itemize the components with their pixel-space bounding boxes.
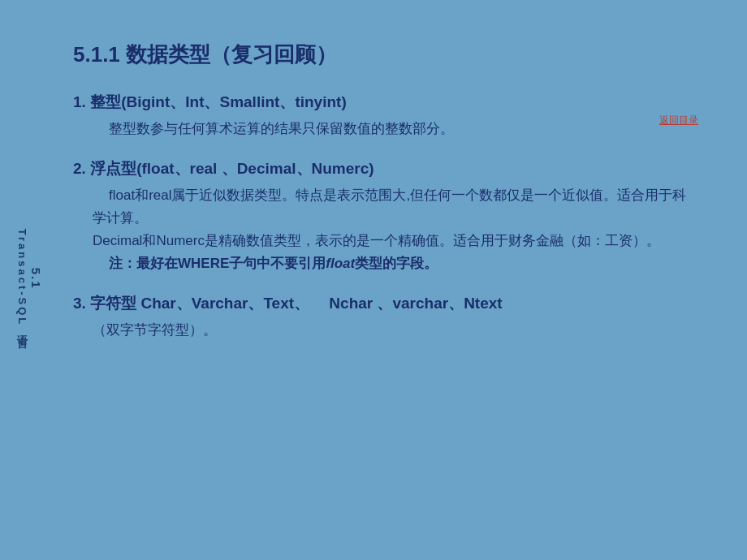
- section-2-line-3: 注：最好在WHERE子句中不要引用float类型的字段。: [93, 252, 698, 275]
- sidebar-number: 5.1: [29, 268, 43, 290]
- section-3-num: 3.: [73, 295, 90, 312]
- section-float: 2. 浮点型(float、real 、Decimal、Numerc) float…: [73, 158, 698, 275]
- section-2-heading: 2. 浮点型(float、real 、Decimal、Numerc): [73, 158, 698, 179]
- section-1-body: 整型数参与任何算术运算的结果只保留数值的整数部分。: [73, 118, 698, 140]
- section-1-line-1: 整型数参与任何算术运算的结果只保留数值的整数部分。: [93, 118, 698, 140]
- slide-container: 5.1 Transact-SQL语言 5.1.1 数据类型（复习回顾） 返回目录…: [0, 0, 747, 560]
- section-1-en: (Bigint、Int、Smallint、tinyint): [121, 93, 347, 110]
- sidebar-label: 5.1 Transact-SQL语言: [15, 229, 43, 332]
- section-3-heading: 3. 字符型 Char、Varchar、Text、 Nchar 、varchar…: [73, 293, 698, 314]
- section-3-type: 字符型: [90, 295, 140, 312]
- section-1-type: 整型: [90, 93, 121, 110]
- section-2-line-2: Decimal和Numerc是精确数值类型，表示的是一个精确值。适合用于财务金融…: [93, 230, 698, 252]
- section-3-sub: （双字节字符型）。: [93, 319, 698, 342]
- top-right-link[interactable]: 返回目录: [659, 114, 698, 127]
- section-3-en: Char、Varchar、Text、 Nchar 、varchar、Ntext: [140, 295, 502, 312]
- section-1-heading: 1. 整型(Bigint、Int、Smallint、tinyint): [73, 92, 698, 113]
- main-content: 5.1.1 数据类型（复习回顾） 返回目录 1. 整型(Bigint、Int、S…: [73, 41, 698, 342]
- top-right-link-text[interactable]: 返回目录: [659, 114, 698, 126]
- sidebar-text: Transact-SQL语言: [15, 229, 29, 332]
- slide-title: 5.1.1 数据类型（复习回顾）: [73, 41, 698, 69]
- section-2-en: (float、real 、Decimal、Numerc): [136, 160, 374, 177]
- section-2-body: float和real属于近似数据类型。特点是表示范围大,但任何一个数都仅是一个近…: [73, 184, 698, 275]
- section-integer: 1. 整型(Bigint、Int、Smallint、tinyint) 整型数参与…: [73, 92, 698, 140]
- section-2-num: 2.: [73, 160, 90, 177]
- section-2-line-1: float和real属于近似数据类型。特点是表示范围大,但任何一个数都仅是一个近…: [93, 184, 698, 230]
- section-3-body: （双字节字符型）。: [73, 319, 698, 342]
- section-char: 3. 字符型 Char、Varchar、Text、 Nchar 、varchar…: [73, 293, 698, 342]
- section-1-num: 1.: [73, 93, 90, 110]
- section-2-type: 浮点型: [90, 160, 136, 177]
